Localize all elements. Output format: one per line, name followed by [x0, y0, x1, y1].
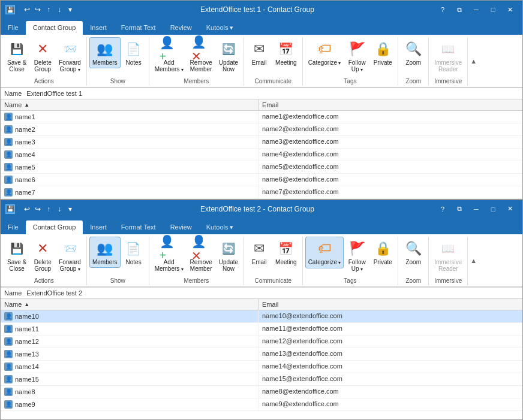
maximize-btn-1[interactable]: □ [485, 4, 501, 16]
list-item[interactable]: 👤name14name14@extendoffice.com [1, 361, 522, 373]
add-members-icon-2: 👤+ [160, 239, 179, 258]
notes-btn-1[interactable]: 📄 Notes [121, 37, 146, 68]
members-btn-2[interactable]: 👥 Members [89, 237, 121, 268]
meeting-label-1: Meeting [275, 59, 297, 66]
quick-access-1: ↩ ↪ ↑ ↓ ▾ [22, 5, 75, 14]
email-btn-1[interactable]: ✉ Email [247, 37, 272, 68]
tab-file-1[interactable]: File [1, 21, 26, 35]
add-members-btn-1[interactable]: 👤+ AddMembers [152, 37, 187, 75]
delete-group-btn-1[interactable]: ✕ DeleteGroup [30, 37, 55, 75]
ribbon-collapse-2[interactable]: ▲ [468, 237, 479, 285]
private-btn-2[interactable]: 🔒 Private [370, 237, 395, 268]
list-item[interactable]: 👤name13name13@extendoffice.com [1, 348, 522, 361]
list-item[interactable]: 👤name7name7@extendoffice.com [1, 186, 522, 199]
maximize-btn-2[interactable]: □ [485, 203, 501, 215]
undo-btn-1[interactable]: ↩ [22, 5, 32, 14]
update-now-btn-2[interactable]: 🔄 UpdateNow [216, 237, 241, 274]
close-btn-1[interactable]: ✕ [502, 4, 518, 16]
add-members-btn-2[interactable]: 👤+ AddMembers [152, 237, 187, 275]
list-item[interactable]: 👤name6name6@extendoffice.com [1, 174, 522, 186]
quick-save-1[interactable]: 💾 [5, 5, 15, 14]
update-now-btn-1[interactable]: 🔄 UpdateNow [216, 37, 241, 75]
private-label-1: Private [374, 59, 392, 66]
follow-up-btn-2[interactable]: 🚩 FollowUp [344, 237, 369, 275]
list-item[interactable]: 👤name11name11@extendoffice.com [1, 323, 522, 336]
private-btn-1[interactable]: 🔒 Private [370, 37, 395, 68]
members-btn-1[interactable]: 👥 Members [89, 37, 121, 68]
tab-contact-group-2[interactable]: Contact Group [26, 220, 83, 234]
list-item[interactable]: 👤name2name2@extendoffice.com [1, 123, 522, 136]
tab-kutools-1[interactable]: Kutools ▾ [199, 21, 241, 35]
contact-email-cell: name1@extendoffice.com [259, 111, 522, 123]
notes-label-1: Notes [126, 59, 142, 66]
categorize-icon-2: 🏷 [315, 239, 334, 258]
title-bar-1: 💾 ↩ ↪ ↑ ↓ ▾ ExtendOffice test 1 - Contac… [1, 1, 522, 19]
quick-save-2[interactable]: 💾 [5, 204, 15, 214]
minimize-btn-1[interactable]: ─ [468, 4, 484, 16]
list-item[interactable]: 👤name9name9@extendoffice.com [1, 398, 522, 411]
down-btn-1[interactable]: ↓ [55, 5, 64, 14]
list-item[interactable]: 👤name1name1@extendoffice.com [1, 111, 522, 123]
tab-review-1[interactable]: Review [163, 21, 199, 35]
tab-insert-1[interactable]: Insert [83, 21, 114, 35]
undo-btn-2[interactable]: ↩ [22, 204, 32, 214]
notes-btn-2[interactable]: 📄 Notes [121, 237, 146, 268]
list-item[interactable]: 👤name4name4@extendoffice.com [1, 149, 522, 161]
email-btn-2[interactable]: ✉ Email [247, 237, 272, 268]
follow-up-icon-2: 🚩 [347, 239, 366, 258]
tab-file-2[interactable]: File [1, 220, 26, 234]
forward-group-btn-1[interactable]: 📨 ForwardGroup [56, 37, 84, 75]
zoom-btn-2[interactable]: 🔍 Zoom [401, 237, 426, 268]
remove-member-btn-2[interactable]: 👤✕ RemoveMember [187, 237, 215, 274]
forward-group-btn-2[interactable]: 📨 ForwardGroup [56, 237, 84, 275]
ribbon-collapse-1[interactable]: ▲ [468, 37, 479, 86]
col-email-header-1[interactable]: Email [259, 99, 522, 110]
save-close-btn-1[interactable]: 💾 Save &Close [4, 37, 29, 75]
list-item[interactable]: 👤name12name12@extendoffice.com [1, 336, 522, 348]
redo-btn-2[interactable]: ↪ [33, 204, 43, 214]
list-item[interactable]: 👤name3name3@extendoffice.com [1, 136, 522, 149]
list-item[interactable]: 👤name15name15@extendoffice.com [1, 373, 522, 386]
contact-name: name5 [15, 164, 35, 171]
ribbon-tabs-2: File Contact Group Insert Format Text Re… [1, 218, 522, 234]
tab-kutools-2[interactable]: Kutools ▾ [199, 220, 241, 234]
more-btn-1[interactable]: ▾ [65, 5, 75, 14]
follow-up-btn-1[interactable]: 🚩 FollowUp [344, 37, 369, 75]
col-name-header-2[interactable]: Name ▲ [1, 299, 259, 310]
redo-btn-1[interactable]: ↪ [33, 5, 43, 14]
save-close-btn-2[interactable]: 💾 Save &Close [4, 237, 29, 274]
col-email-header-2[interactable]: Email [259, 299, 522, 310]
help-btn-2[interactable]: ? [435, 203, 450, 215]
col-name-header-1[interactable]: Name ▲ [1, 99, 259, 110]
close-btn-2[interactable]: ✕ [502, 203, 518, 215]
name-value-1: ExtendOffice test 1 [26, 90, 82, 97]
up-btn-2[interactable]: ↑ [44, 204, 53, 214]
list-item[interactable]: 👤name8name8@extendoffice.com [1, 386, 522, 398]
restore-btn-1[interactable]: ⧉ [452, 4, 467, 16]
down-btn-2[interactable]: ↓ [55, 204, 64, 214]
minimize-btn-2[interactable]: ─ [468, 203, 484, 215]
more-btn-2[interactable]: ▾ [65, 204, 75, 214]
tab-format-text-2[interactable]: Format Text [114, 220, 163, 234]
up-btn-1[interactable]: ↑ [44, 5, 53, 14]
categorize-btn-1[interactable]: 🏷 Categorize [305, 37, 344, 69]
meeting-btn-2[interactable]: 📅 Meeting [272, 237, 300, 268]
tab-review-2[interactable]: Review [163, 220, 199, 234]
help-btn-1[interactable]: ? [435, 4, 450, 16]
meeting-btn-1[interactable]: 📅 Meeting [272, 37, 300, 68]
tab-format-text-1[interactable]: Format Text [114, 21, 163, 35]
tab-contact-group-1[interactable]: Contact Group [26, 21, 83, 35]
delete-group-btn-2[interactable]: ✕ DeleteGroup [30, 237, 55, 274]
contact-name-cell: 👤name11 [1, 323, 259, 335]
ribbon-1: File Contact Group Insert Format Text Re… [1, 19, 522, 88]
remove-member-btn-1[interactable]: 👤✕ RemoveMember [187, 37, 215, 75]
communicate-buttons-2: ✉ Email 📅 Meeting [247, 237, 300, 275]
contact-icon: 👤 [4, 388, 13, 396]
list-item[interactable]: 👤name5name5@extendoffice.com [1, 161, 522, 174]
tab-insert-2[interactable]: Insert [83, 220, 114, 234]
save-close-label-2: Save &Close [7, 259, 26, 272]
zoom-btn-1[interactable]: 🔍 Zoom [401, 37, 426, 68]
list-item[interactable]: 👤name10name10@extendoffice.com [1, 310, 522, 323]
categorize-btn-2[interactable]: 🏷 Categorize [305, 237, 344, 268]
restore-btn-2[interactable]: ⧉ [452, 203, 467, 215]
